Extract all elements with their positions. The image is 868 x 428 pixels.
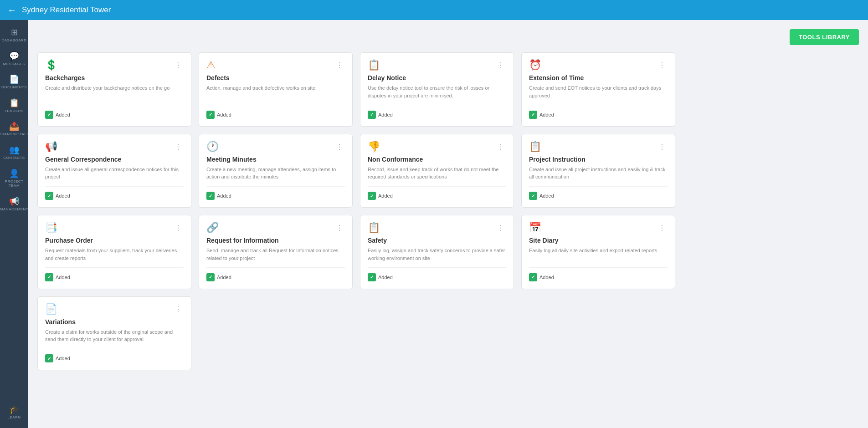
sidebar-item-dashboard[interactable]: ⊞ DASHBOARD (0, 24, 28, 47)
defects-menu-dots[interactable]: ⋮ (334, 60, 345, 71)
project-title: Sydney Residential Tower (22, 5, 111, 15)
sidebar-item-project-team[interactable]: 👤 PROJECT TEAM (0, 165, 28, 193)
sidebar-item-messages[interactable]: 💬 MESSAGES (0, 47, 28, 71)
defects-title: Defects (206, 74, 345, 82)
card-header-request-for-information: 🔗 ⋮ (206, 223, 345, 233)
backcharges-added-badge: ✓ Added (45, 111, 70, 119)
meeting-minutes-menu-dots[interactable]: ⋮ (334, 142, 345, 152)
extension-of-time-check-icon: ✓ (529, 111, 537, 119)
variations-icon: 📄 (45, 304, 57, 314)
site-diary-footer: ✓ Added (529, 267, 668, 281)
safety-menu-dots[interactable]: ⋮ (495, 223, 506, 233)
card-header-non-conformance: 👎 ⋮ (368, 142, 506, 152)
card-safety: 📋 ⋮ Safety Easily log, assign and track … (360, 215, 514, 289)
backcharges-description: Create and distribute your backcharge no… (45, 84, 184, 99)
card-project-instruction: 📋 ⋮ Project Instruction Create and issue… (521, 134, 675, 208)
extension-of-time-menu-dots[interactable]: ⋮ (657, 60, 668, 71)
defects-description: Action, manage and track defective works… (206, 84, 345, 99)
general-correspondence-icon: 📢 (45, 142, 57, 152)
card-header-delay-notice: 📋 ⋮ (368, 60, 506, 71)
card-delay-notice: 📋 ⋮ Delay Notice Use the delay notice to… (360, 52, 514, 127)
project-instruction-menu-dots[interactable]: ⋮ (657, 142, 668, 152)
general-correspondence-title: General Correspondence (45, 156, 184, 163)
extension-of-time-description: Create and send EOT notices to your clie… (529, 84, 668, 99)
dashboard-label: DASHBOARD (1, 38, 26, 43)
sidebar-item-management[interactable]: 📢 MANAGEMENT (0, 193, 28, 216)
card-header-project-instruction: 📋 ⋮ (529, 142, 668, 152)
defects-footer: ✓ Added (206, 105, 345, 119)
site-diary-menu-dots[interactable]: ⋮ (657, 223, 668, 233)
project-instruction-added-badge: ✓ Added (529, 192, 554, 200)
extension-of-time-added-label: Added (539, 112, 554, 117)
non-conformance-added-label: Added (378, 193, 393, 199)
delay-notice-added-badge: ✓ Added (368, 111, 393, 119)
card-header-defects: ⚠ ⋮ (206, 60, 345, 71)
card-request-for-information: 🔗 ⋮ Request for Information Send, manage… (199, 215, 353, 289)
delay-notice-menu-dots[interactable]: ⋮ (495, 60, 506, 71)
backcharges-menu-dots[interactable]: ⋮ (173, 60, 184, 71)
request-for-information-description: Send, manage and track all Request for I… (206, 247, 345, 262)
purchase-order-title: Purchase Order (45, 237, 184, 244)
contacts-label: CONTACTS (3, 156, 25, 160)
card-header-purchase-order: 📑 ⋮ (45, 223, 184, 233)
delay-notice-check-icon: ✓ (368, 111, 376, 119)
project-team-icon: 👤 (9, 169, 19, 178)
safety-added-badge: ✓ Added (368, 273, 393, 281)
cards-grid: 💲 ⋮ Backcharges Create and distribute yo… (37, 52, 675, 370)
meeting-minutes-title: Meeting Minutes (206, 156, 345, 163)
non-conformance-added-badge: ✓ Added (368, 192, 393, 200)
learn-label: LEARN (7, 415, 21, 420)
card-variations: 📄 ⋮ Variations Create a claim for works … (37, 296, 191, 371)
non-conformance-footer: ✓ Added (368, 186, 506, 200)
backcharges-title: Backcharges (45, 74, 184, 82)
request-for-information-check-icon: ✓ (206, 273, 215, 281)
sidebar-item-transmittals[interactable]: 📤 TRANSMITTALS (0, 117, 28, 141)
general-correspondence-footer: ✓ Added (45, 186, 184, 200)
card-extension-of-time: ⏰ ⋮ Extension of Time Create and send EO… (521, 52, 675, 127)
card-header-safety: 📋 ⋮ (368, 223, 506, 233)
content-area: TOOLS LIBRARY 💲 ⋮ Backcharges Create and… (28, 20, 868, 428)
safety-description: Easily log, assign and track safety conc… (368, 247, 506, 262)
card-non-conformance: 👎 ⋮ Non Conformance Record, issue and ke… (360, 134, 514, 208)
meeting-minutes-description: Create a new meeting, manage attendees, … (206, 166, 345, 181)
documents-label: DOCUMENTS (1, 85, 27, 90)
card-header-meeting-minutes: 🕐 ⋮ (206, 142, 345, 152)
defects-check-icon: ✓ (206, 111, 215, 119)
meeting-minutes-added-label: Added (217, 193, 231, 199)
non-conformance-menu-dots[interactable]: ⋮ (495, 142, 506, 152)
project-instruction-description: Create and issue all project instruction… (529, 166, 668, 181)
request-for-information-icon: 🔗 (206, 223, 219, 233)
sidebar-item-documents[interactable]: 📄 DOCUMENTS (0, 71, 28, 94)
sidebar: ⊞ DASHBOARD 💬 MESSAGES 📄 DOCUMENTS 📋 TEN… (0, 20, 28, 428)
backcharges-icon: 💲 (45, 60, 57, 70)
sidebar-item-contacts[interactable]: 👥 CONTACTS (0, 141, 28, 165)
general-correspondence-added-badge: ✓ Added (45, 192, 70, 200)
card-header-backcharges: 💲 ⋮ (45, 60, 184, 71)
messages-label: MESSAGES (3, 62, 26, 66)
card-header-site-diary: 📅 ⋮ (529, 223, 668, 233)
sidebar-item-tenders[interactable]: 📋 TENDERS (0, 94, 28, 118)
management-icon: 📢 (9, 197, 19, 205)
back-button[interactable]: ← (7, 5, 16, 15)
purchase-order-menu-dots[interactable]: ⋮ (173, 223, 184, 233)
non-conformance-title: Non Conformance (368, 156, 506, 163)
extension-of-time-added-badge: ✓ Added (529, 111, 554, 119)
general-correspondence-menu-dots[interactable]: ⋮ (173, 142, 184, 152)
variations-menu-dots[interactable]: ⋮ (173, 304, 184, 315)
extension-of-time-title: Extension of Time (529, 74, 668, 82)
backcharges-added-label: Added (56, 112, 70, 117)
delay-notice-title: Delay Notice (368, 74, 506, 82)
sidebar-item-learn[interactable]: 🎓 LEARN (5, 401, 22, 424)
messages-icon: 💬 (9, 52, 19, 60)
tools-library-button[interactable]: TOOLS LIBRARY (790, 29, 859, 45)
project-instruction-footer: ✓ Added (529, 186, 668, 200)
project-team-label: PROJECT TEAM (0, 179, 28, 188)
general-correspondence-description: Create and issue all general corresponde… (45, 166, 184, 181)
request-for-information-title: Request for Information (206, 237, 345, 244)
purchase-order-footer: ✓ Added (45, 267, 184, 281)
project-instruction-title: Project Instruction (529, 156, 668, 163)
management-label: MANAGEMENT (0, 207, 28, 212)
site-diary-added-label: Added (539, 275, 554, 280)
request-for-information-menu-dots[interactable]: ⋮ (334, 223, 345, 233)
non-conformance-check-icon: ✓ (368, 192, 376, 200)
